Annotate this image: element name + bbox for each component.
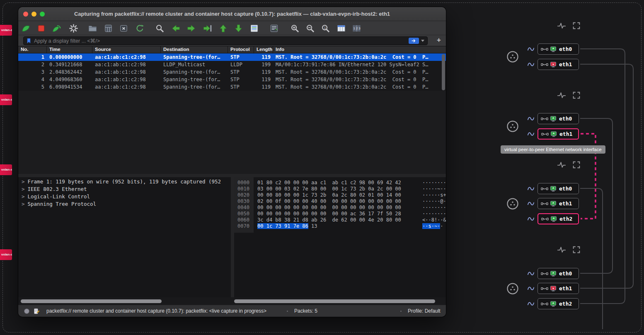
interface-capture-icon[interactable] — [527, 185, 535, 193]
hex-row[interactable]: 00603c d4 b8 38 21 d8 ab 26 de 62 00 00 … — [234, 217, 446, 223]
goto-packet-button[interactable] — [201, 22, 213, 34]
hex-row[interactable]: 002000 00 80 00 00 1c 73 2b 0a 2c 80 02 … — [234, 192, 446, 198]
container-node-icon[interactable] — [506, 51, 519, 63]
column-header[interactable]: Protocol — [228, 46, 254, 53]
interface-button-eth2[interactable]: eth2 — [537, 298, 579, 309]
display-filter-field[interactable] — [23, 36, 428, 45]
save-file-button[interactable] — [102, 22, 114, 34]
interface-status-icon — [550, 130, 557, 138]
layout-123-button[interactable]: 123 — [351, 22, 362, 34]
column-header[interactable]: Source — [92, 46, 161, 53]
hex-row[interactable]: 004000 00 00 00 00 00 00 00 00 00 00 00 … — [234, 205, 446, 211]
interface-status-icon — [550, 61, 557, 68]
hex-row[interactable]: 005000 00 00 00 00 00 00 00 00 00 ac 36 … — [234, 211, 446, 217]
interface-capture-icon[interactable] — [527, 300, 535, 308]
window-titlebar[interactable]: Capturing from packetflix:// remote clus… — [18, 7, 446, 21]
detail-pane-hscrollbar[interactable] — [21, 299, 162, 303]
interface-capture-icon[interactable] — [527, 284, 535, 293]
interface-capture-icon[interactable] — [527, 130, 535, 138]
node-expand-icon[interactable] — [572, 160, 581, 169]
first-packet-button[interactable] — [217, 22, 229, 34]
hex-row[interactable]: 007000 1c 73 91 7e 86 13··s·~·· — [234, 223, 446, 229]
node-activity-icon[interactable] — [557, 21, 566, 30]
filter-dropdown-caret[interactable] — [421, 40, 424, 42]
interface-button-eth0[interactable]: eth0 — [537, 268, 579, 279]
node-activity-icon[interactable] — [557, 91, 566, 100]
packet-list-scrollbar[interactable] — [442, 54, 445, 90]
node-expand-icon[interactable] — [572, 245, 581, 254]
container-node-icon[interactable] — [506, 120, 519, 133]
interface-button-eth1[interactable]: eth1 — [537, 283, 579, 294]
interface-button-eth2[interactable]: eth2 — [537, 213, 579, 224]
open-file-button[interactable] — [87, 22, 98, 34]
interface-button-eth1[interactable]: eth1 — [537, 198, 579, 209]
find-packet-button[interactable] — [154, 22, 165, 34]
filter-apply-button[interactable] — [409, 38, 419, 44]
hex-row[interactable]: 000001 80 c2 00 00 00 aa c1 ab c1 c2 98 … — [234, 180, 446, 186]
packet-row[interactable]: 20.349121668aa:c1:ab:c1:c2:98LLDP_Multic… — [18, 61, 446, 68]
zoom-in-button[interactable] — [289, 22, 300, 34]
zoom-out-button[interactable] — [304, 22, 316, 34]
node-activity-icon[interactable] — [557, 245, 566, 254]
next-packet-button[interactable] — [185, 22, 197, 34]
last-packet-button[interactable] — [232, 22, 244, 34]
hex-row[interactable]: 001003 00 00 03 02 7e 80 00 00 1c 73 2b … — [234, 186, 446, 192]
pane-splitter-horizontal[interactable] — [18, 174, 446, 177]
expert-info-icon[interactable] — [23, 308, 30, 315]
interface-capture-icon[interactable] — [527, 115, 535, 123]
interface-capture-icon[interactable] — [527, 270, 535, 278]
column-header[interactable]: Destination — [161, 46, 228, 53]
interface-button-eth0[interactable]: eth0 — [537, 113, 579, 124]
reload-file-button[interactable] — [134, 22, 145, 34]
close-file-button[interactable] — [118, 22, 129, 34]
display-filter-input[interactable] — [34, 38, 407, 44]
column-header[interactable]: Time — [47, 46, 92, 53]
interface-capture-icon[interactable] — [527, 200, 535, 208]
packet-row[interactable]: 32.048362442aa:c1:ab:c1:c2:98Spanning-tr… — [18, 68, 446, 76]
node-expand-icon[interactable] — [572, 91, 581, 100]
packet-row[interactable]: 44.049068360aa:c1:ab:c1:c2:98Spanning-tr… — [18, 76, 446, 83]
hex-row[interactable]: 003002 00 0f 00 00 00 40 00 00 00 00 00 … — [234, 198, 446, 205]
detail-row[interactable]: >Spanning Tree Protocol — [18, 200, 231, 208]
restart-capture-button[interactable] — [51, 22, 62, 34]
auto-scroll-button[interactable] — [268, 22, 280, 34]
interface-button-eth1[interactable]: eth1 — [537, 59, 579, 70]
packet-row[interactable]: 56.098941534aa:c1:ab:c1:c2:98Spanning-tr… — [18, 83, 446, 91]
interface-link-icon — [541, 300, 548, 308]
minimize-window-button[interactable] — [31, 12, 36, 17]
capture-options-button[interactable] — [68, 22, 79, 34]
hex-pane-hscrollbar[interactable] — [234, 299, 435, 303]
interface-button-eth1[interactable]: eth1 — [537, 128, 579, 140]
resize-columns-button[interactable] — [335, 22, 347, 34]
packet-row[interactable]: 10.000000000aa:c1:ab:c1:c2:98Spanning-tr… — [18, 53, 446, 61]
column-header[interactable]: No. — [18, 46, 47, 53]
detail-row[interactable]: >Frame 1: 119 bytes on wire (952 bits), … — [18, 178, 231, 186]
previous-packet-button[interactable] — [170, 22, 182, 34]
stop-capture-button[interactable] — [35, 22, 47, 34]
link-endpoint-label: vxlan-e — [0, 94, 12, 105]
start-capture-button[interactable] — [20, 22, 31, 34]
colorize-packets-button[interactable] — [248, 22, 260, 34]
interface-capture-icon[interactable] — [527, 45, 535, 53]
interface-button-eth0[interactable]: eth0 — [537, 183, 579, 194]
filter-bookmark-icon[interactable] — [26, 38, 32, 44]
profile-label[interactable]: Profile: Default — [408, 305, 441, 317]
column-header[interactable]: Length — [254, 46, 273, 53]
detail-row[interactable]: >IEEE 802.3 Ethernet — [18, 186, 231, 193]
column-header[interactable]: Info — [273, 46, 446, 53]
container-node-icon[interactable] — [506, 282, 519, 295]
hex-bytes: 00 00 80 00 00 1c 73 2b 0a 2c 80 02 01 0… — [257, 192, 422, 198]
container-node-icon[interactable] — [506, 198, 519, 210]
interface-capture-icon[interactable] — [527, 215, 535, 223]
pane-splitter-vertical[interactable] — [231, 177, 234, 297]
zoom-original-button[interactable]: 1 — [320, 22, 331, 34]
node-expand-icon[interactable] — [572, 21, 581, 30]
close-window-button[interactable] — [23, 12, 28, 17]
zoom-window-button[interactable] — [40, 12, 45, 17]
filter-add-button[interactable]: + — [434, 36, 443, 44]
node-activity-icon[interactable] — [557, 160, 566, 169]
interface-capture-icon[interactable] — [527, 60, 535, 69]
interface-button-eth0[interactable]: eth0 — [537, 43, 579, 55]
detail-row[interactable]: >Logical-Link Control — [18, 193, 231, 200]
capture-comment-icon[interactable] — [33, 308, 40, 315]
